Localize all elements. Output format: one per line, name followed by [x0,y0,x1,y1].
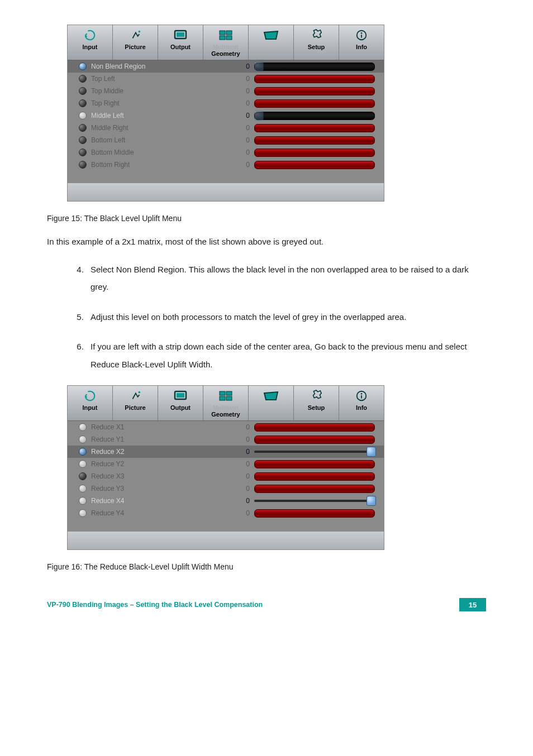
tab-input[interactable]: Input [68,386,113,420]
menu-row[interactable]: Top Middle0 [68,85,384,97]
slider[interactable] [254,459,375,469]
tab-picture[interactable]: Picture [113,25,158,60]
tab-geometry[interactable]: . [249,25,294,60]
multiunit-icon [203,27,248,44]
menu-row[interactable]: Bottom Middle0 [68,146,384,159]
slider[interactable] [254,496,375,506]
row-value: 0 [235,436,251,443]
svg-rect-3 [220,31,225,35]
tab-setup[interactable]: Setup [294,25,339,60]
slider[interactable] [254,74,375,84]
menu-row[interactable]: Reduce X20 [68,446,384,458]
radio-icon[interactable] [79,436,87,443]
menu-row[interactable]: Reduce Y40 [68,507,384,519]
menu-row[interactable]: Reduce Y10 [68,433,384,446]
slider[interactable] [254,160,375,170]
svg-rect-2 [177,32,184,37]
radio-icon[interactable] [79,87,87,95]
input-icon [68,27,112,44]
row-value: 0 [235,509,251,517]
svg-rect-19 [361,395,362,399]
menu-row[interactable]: Reduce Y30 [68,482,384,495]
slider[interactable] [254,447,375,457]
row-label: Reduce X4 [91,497,235,505]
tab-multiunit[interactable]: Multiunit Geometry [203,386,249,420]
tab-multiunit[interactable]: Multiunit Geometry [203,25,249,60]
slider[interactable] [254,434,375,444]
row-value: 0 [235,124,251,132]
tab-input[interactable]: Input [68,25,113,60]
radio-icon[interactable] [79,485,87,492]
panel-footer [68,183,384,201]
row-value: 0 [235,63,251,70]
row-label: Top Middle [91,87,235,95]
menu-row[interactable]: Reduce Y20 [68,458,384,470]
slider[interactable] [254,111,375,121]
radio-icon[interactable] [79,472,87,480]
input-icon [68,387,112,404]
row-value: 0 [235,497,251,505]
tab-setup[interactable]: Setup [294,386,339,420]
black-level-uplift-panel: Input Picture Output Multiunit Geometry [67,25,384,202]
slider[interactable] [254,422,375,432]
row-value: 0 [235,149,251,156]
tab-label: Picture [113,44,158,52]
radio-icon[interactable] [79,112,87,119]
radio-icon[interactable] [79,460,87,468]
figure-caption: Figure 15: The Black Level Uplift Menu [47,214,486,223]
tab-label: Multiunit Geometry [203,44,248,59]
tab-info[interactable]: Info [339,25,384,60]
geometry-icon [249,27,293,44]
step-item: If you are left with a strip down each s… [86,338,486,373]
menu-row[interactable]: Middle Right0 [68,122,384,134]
radio-icon[interactable] [79,136,87,144]
slider[interactable] [254,484,375,494]
menu-row[interactable]: Reduce X10 [68,421,384,433]
radio-icon[interactable] [79,448,87,456]
row-label: Top Left [91,75,235,83]
slider-thumb[interactable] [367,447,376,457]
row-value: 0 [235,75,251,83]
tab-picture[interactable]: Picture [113,386,158,420]
menu-row[interactable]: Bottom Left0 [68,134,384,146]
multiunit-icon [203,387,248,404]
radio-icon[interactable] [79,161,87,169]
tab-geometry[interactable]: . [249,386,294,420]
menu-row[interactable]: Non Blend Region0 [68,60,384,73]
slider[interactable] [254,135,375,145]
slider[interactable] [254,508,375,518]
svg-point-0 [139,31,141,33]
radio-icon[interactable] [79,124,87,132]
radio-icon[interactable] [79,423,87,431]
tab-output[interactable]: Output [158,25,203,60]
reduce-uplift-width-panel: Input Picture Output Multiunit Geometry [67,385,384,550]
radio-icon[interactable] [79,75,87,83]
menu-row[interactable]: Middle Left0 [68,109,384,122]
menu-row[interactable]: Top Left0 [68,73,384,85]
tab-bar: Input Picture Output Multiunit Geometry [68,25,384,60]
slider[interactable] [254,147,375,157]
menu-row[interactable]: Reduce X40 [68,495,384,507]
row-label: Reduce Y3 [91,485,235,492]
slider[interactable] [254,61,375,71]
menu-row[interactable]: Reduce X30 [68,470,384,482]
tab-label: Input [68,44,112,52]
radio-icon[interactable] [79,149,87,156]
row-label: Reduce X2 [91,448,235,456]
svg-rect-14 [226,391,232,395]
row-value: 0 [235,448,251,456]
slider[interactable] [254,123,375,133]
slider[interactable] [254,471,375,481]
menu-row[interactable]: Bottom Right0 [68,159,384,171]
tab-output[interactable]: Output [158,386,203,420]
slider[interactable] [254,98,375,108]
radio-icon[interactable] [79,63,87,70]
radio-icon[interactable] [79,99,87,107]
radio-icon[interactable] [79,509,87,517]
menu-row[interactable]: Top Right0 [68,97,384,109]
slider[interactable] [254,86,375,96]
slider-thumb[interactable] [367,496,376,506]
tab-info[interactable]: Info [339,386,384,420]
row-value: 0 [235,87,251,95]
radio-icon[interactable] [79,497,87,505]
